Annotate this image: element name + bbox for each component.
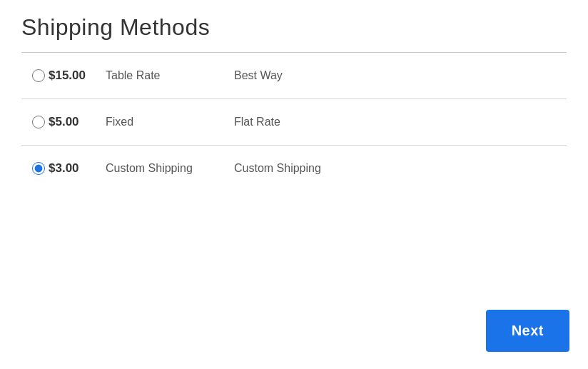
shipping-price: $3.00 xyxy=(49,161,106,176)
radio-wrapper xyxy=(29,162,49,175)
radio-table_rate[interactable] xyxy=(32,69,45,82)
page-title: Shipping Methods xyxy=(21,14,567,41)
shipping-methods-list: $15.00Table RateBest Way$5.00FixedFlat R… xyxy=(21,53,567,191)
next-button-container: Next xyxy=(486,310,569,352)
shipping-name: Custom Shipping xyxy=(234,162,321,175)
shipping-item: $3.00Custom ShippingCustom Shipping xyxy=(21,146,567,191)
radio-wrapper xyxy=(29,69,49,82)
radio-custom_shipping[interactable] xyxy=(32,162,45,175)
shipping-type: Custom Shipping xyxy=(106,162,234,175)
shipping-price: $15.00 xyxy=(49,69,106,83)
shipping-item: $15.00Table RateBest Way xyxy=(21,53,567,99)
shipping-item: $5.00FixedFlat Rate xyxy=(21,99,567,146)
next-button[interactable]: Next xyxy=(486,310,569,352)
radio-wrapper xyxy=(29,116,49,128)
page-container: Shipping Methods $15.00Table RateBest Wa… xyxy=(0,0,588,369)
radio-fixed[interactable] xyxy=(32,116,45,128)
shipping-name: Flat Rate xyxy=(234,116,280,128)
shipping-type: Fixed xyxy=(106,116,234,128)
shipping-name: Best Way xyxy=(234,69,283,82)
shipping-type: Table Rate xyxy=(106,69,234,82)
shipping-price: $5.00 xyxy=(49,115,106,129)
